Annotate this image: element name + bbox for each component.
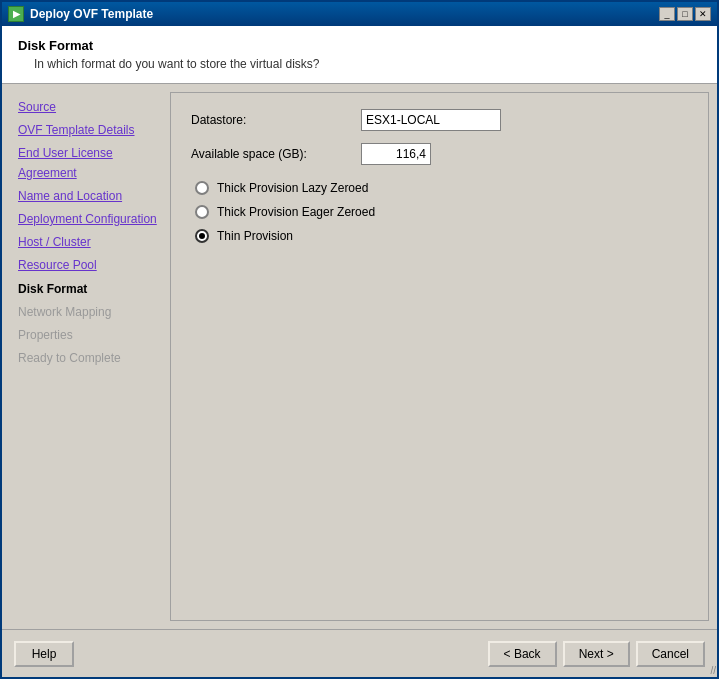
footer-right: < Back Next > Cancel — [488, 641, 705, 667]
datastore-row: Datastore: — [191, 109, 688, 131]
datastore-input[interactable] — [361, 109, 501, 131]
radio-thick-eager-row: Thick Provision Eager Zeroed — [191, 205, 688, 219]
radio-thick-lazy-label: Thick Provision Lazy Zeroed — [217, 181, 368, 195]
minimize-button[interactable]: _ — [659, 7, 675, 21]
radio-thin-dot — [199, 233, 205, 239]
available-space-label: Available space (GB): — [191, 147, 361, 161]
content-area: Source OVF Template Details End User Lic… — [2, 84, 717, 629]
close-button[interactable]: ✕ — [695, 7, 711, 21]
sidebar: Source OVF Template Details End User Lic… — [10, 92, 170, 621]
available-space-input[interactable] — [361, 143, 431, 165]
footer-left: Help — [14, 641, 74, 667]
next-button[interactable]: Next > — [563, 641, 630, 667]
sidebar-item-ovf-template-details[interactable]: OVF Template Details — [10, 119, 170, 142]
footer: Help < Back Next > Cancel — [2, 629, 717, 677]
radio-thin-row: Thin Provision — [191, 229, 688, 243]
help-button[interactable]: Help — [14, 641, 74, 667]
sidebar-item-name-location[interactable]: Name and Location — [10, 185, 170, 208]
window-title: Deploy OVF Template — [30, 7, 153, 21]
sidebar-item-disk-format[interactable]: Disk Format — [10, 278, 170, 301]
sidebar-item-eula[interactable]: End User License Agreement — [10, 142, 170, 184]
main-panel: Datastore: Available space (GB): Thick P… — [170, 92, 709, 621]
radio-thick-lazy-row: Thick Provision Lazy Zeroed — [191, 181, 688, 195]
cancel-button[interactable]: Cancel — [636, 641, 705, 667]
datastore-label: Datastore: — [191, 113, 361, 127]
header-section: Disk Format In which format do you want … — [2, 26, 717, 84]
page-title: Disk Format — [18, 38, 701, 53]
radio-thin-label: Thin Provision — [217, 229, 293, 243]
radio-thick-eager-label: Thick Provision Eager Zeroed — [217, 205, 375, 219]
deploy-ovf-window: ▶ Deploy OVF Template _ □ ✕ Disk Format … — [0, 0, 719, 679]
sidebar-item-resource-pool[interactable]: Resource Pool — [10, 254, 170, 277]
title-bar: ▶ Deploy OVF Template _ □ ✕ — [2, 2, 717, 26]
maximize-button[interactable]: □ — [677, 7, 693, 21]
sidebar-item-host-cluster[interactable]: Host / Cluster — [10, 231, 170, 254]
sidebar-item-ready-complete: Ready to Complete — [10, 347, 170, 370]
window-controls: _ □ ✕ — [659, 7, 711, 21]
radio-thick-eager[interactable] — [195, 205, 209, 219]
back-button[interactable]: < Back — [488, 641, 557, 667]
sidebar-item-network-mapping: Network Mapping — [10, 301, 170, 324]
sidebar-item-deployment-config[interactable]: Deployment Configuration — [10, 208, 170, 231]
radio-thin[interactable] — [195, 229, 209, 243]
sidebar-item-source[interactable]: Source — [10, 96, 170, 119]
radio-thick-lazy[interactable] — [195, 181, 209, 195]
sidebar-item-properties: Properties — [10, 324, 170, 347]
disk-format-radio-group: Thick Provision Lazy Zeroed Thick Provis… — [191, 181, 688, 243]
window-icon: ▶ — [8, 6, 24, 22]
resize-handle[interactable]: // — [710, 665, 716, 676]
available-space-row: Available space (GB): — [191, 143, 688, 165]
page-subtitle: In which format do you want to store the… — [18, 57, 701, 71]
